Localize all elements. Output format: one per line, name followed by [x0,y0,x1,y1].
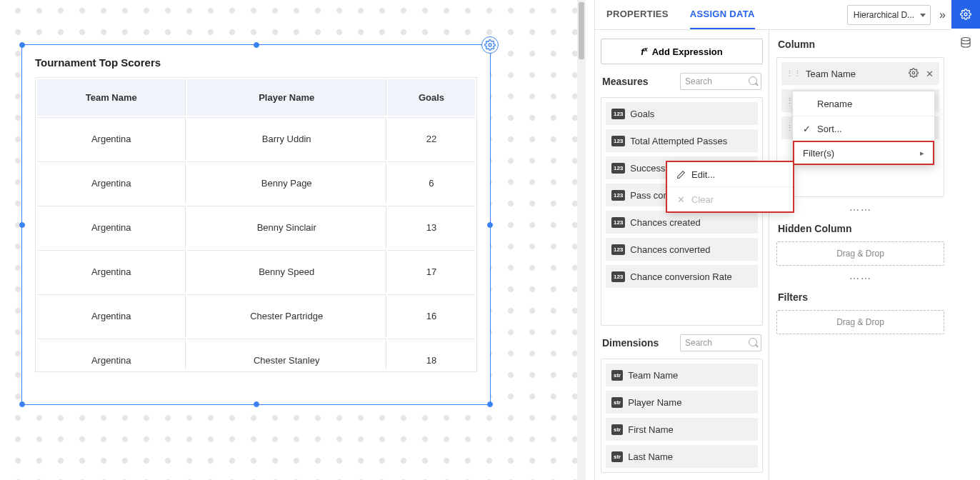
numeric-badge-icon: 123 [611,163,625,174]
dimension-label: Player Name [628,397,681,408]
measure-label: Chances created [630,217,700,228]
grid-cell: Barry Uddin [187,117,386,160]
grid-cell: 16 [388,294,475,337]
grid-cell: 18 [388,339,475,370]
scrollbar-thumb[interactable] [579,2,584,59]
fx-icon: fx [641,46,647,57]
dimensions-search-input[interactable] [685,338,745,348]
numeric-badge-icon: 123 [611,190,625,201]
numeric-badge-icon: 123 [611,136,625,146]
column-drag-handle[interactable]: ⋯⋯ [776,203,944,216]
resize-handle[interactable] [19,401,25,407]
grid-cell: Benny Sinclair [187,206,386,249]
column-item-label: Team Name [806,69,904,79]
grid-cell: Chester Partridge [187,294,386,337]
grid-cell: 17 [388,250,475,293]
column-context-menu: Rename ✓ Sort... Filter(s) [792,91,935,166]
grid-cell: 6 [388,161,475,204]
measure-label: Chance conversion Rate [630,271,731,282]
dimension-label: Team Name [628,370,678,381]
add-expression-button[interactable]: fx Add Expression [601,39,763,64]
dimension-label: First Name [628,424,674,435]
resize-handle[interactable] [254,42,259,48]
hidden-column-dropzone[interactable]: Drag & Drop [776,241,944,266]
grid-cell: Benny Speed [187,250,386,293]
pencil-icon [676,170,686,179]
menu-filters[interactable]: Filter(s) [793,141,934,165]
rail-data-button[interactable] [951,29,980,57]
table-row: ArgentinaBenny Speed17 [37,250,475,293]
grid-cell: Benny Page [187,161,386,204]
grid-cell: Argentina [37,339,186,370]
dimensions-title: Dimensions [602,337,659,349]
drag-handle-icon[interactable]: ⋮⋮ [786,69,801,79]
menu-sort[interactable]: ✓ Sort... [793,116,934,141]
grid-cell: Argentina [37,117,186,160]
measure-label: Chances converted [630,244,710,255]
grid-cell: 22 [388,117,475,160]
resize-handle[interactable] [254,401,259,407]
grid-cell: Chester Stanley [187,339,386,370]
close-icon: ✕ [676,194,686,205]
dimension-item[interactable]: strTeam Name [606,364,758,386]
measure-item[interactable]: 123Chances created [606,211,758,234]
grid-header[interactable]: Team Name [37,79,186,116]
resize-handle[interactable] [19,42,25,48]
tab-assign-data[interactable]: ASSIGN DATA [690,0,755,29]
dimension-item[interactable]: strPlayer Name [606,391,758,414]
dimension-item[interactable]: strLast Name [606,445,758,468]
resize-handle[interactable] [19,222,25,228]
canvas[interactable]: Tournament Top Scorers Team NamePlayer N… [0,0,586,480]
svg-point-4 [961,38,970,41]
grid-header[interactable]: Player Name [187,79,386,116]
numeric-badge-icon: 123 [611,217,625,228]
menu-filter-edit[interactable]: Edit... [667,162,793,186]
filters-dropzone[interactable]: Drag & Drop [776,310,944,334]
grid-header[interactable]: Goals [388,79,475,116]
svg-point-1 [912,71,915,74]
numeric-badge-icon: 123 [611,271,625,282]
string-badge-icon: str [611,397,623,408]
datasource-select[interactable]: Hierarchical D... [847,5,931,25]
check-icon: ✓ [801,124,811,134]
column-item[interactable]: ⋮⋮Team Name✕ [781,62,939,85]
collapse-panel-button[interactable]: » [936,9,949,21]
grid-cell: Argentina [37,161,186,204]
hidden-column-title: Hidden Column [776,221,944,236]
menu-filter-clear: ✕ Clear [667,187,793,211]
string-badge-icon: str [611,370,623,381]
measures-title: Measures [602,76,649,87]
svg-point-3 [964,13,967,16]
string-badge-icon: str [611,451,623,462]
filters-title: Filters [776,290,944,304]
rail-settings-button[interactable] [951,0,980,29]
svg-point-0 [489,44,491,46]
canvas-scrollbar[interactable]: ▴ [577,0,586,480]
resize-handle[interactable] [487,401,493,407]
hidden-column-drag-handle[interactable]: ⋯⋯ [776,271,944,284]
widget-settings-button[interactable] [481,36,499,54]
measure-item[interactable]: 123Chance conversion Rate [606,265,758,288]
column-item-remove[interactable]: ✕ [924,69,935,79]
measure-item[interactable]: 123Goals [606,102,758,125]
measure-label: Pass com [630,190,671,201]
dimensions-search[interactable] [680,334,761,351]
grid-cell: 13 [388,206,475,249]
measures-search-input[interactable] [685,76,745,86]
tab-properties[interactable]: PROPERTIES [606,0,669,29]
measure-item[interactable]: 123Chances converted [606,238,758,261]
measure-item[interactable]: 123Total Attempted Passes [606,129,758,152]
measures-search[interactable] [680,73,761,90]
menu-rename[interactable]: Rename [793,91,934,116]
filter-submenu: Edit... ✕ Clear [666,161,794,212]
column-item-settings[interactable] [908,68,919,80]
grid-widget[interactable]: Tournament Top Scorers Team NamePlayer N… [21,44,491,405]
resize-handle[interactable] [487,222,493,228]
measure-label: Total Attempted Passes [630,136,727,146]
table-row: ArgentinaBenny Page6 [37,161,475,204]
table-row: ArgentinaChester Stanley18 [37,339,475,370]
table-row: ArgentinaBenny Sinclair13 [37,206,475,249]
dimension-label: Last Name [628,451,673,462]
grid-cell: Argentina [37,206,186,249]
dimension-item[interactable]: strFirst Name [606,418,758,441]
